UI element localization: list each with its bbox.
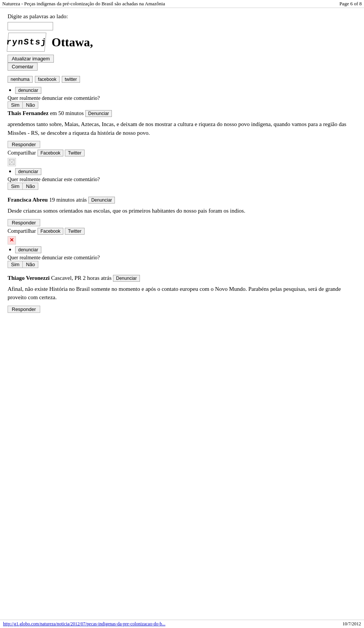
captcha-input[interactable] (8, 22, 53, 30)
atualizar-imagem-button[interactable]: Atualizar imagem (8, 55, 54, 63)
social-share-section: nenhuma facebook twitter (8, 76, 356, 83)
denunciar-button-1[interactable]: denunciar (15, 87, 41, 94)
facebook-share-button-2[interactable]: Facebook (38, 228, 64, 235)
sim-nao-row-2: Sim Não (8, 261, 356, 268)
main-content: Digite as palavras ao lado: rynStsj Otta… (0, 8, 364, 336)
denunciar-question-1: Quer realmente denunciar este comentário… (8, 95, 356, 101)
comment-block-3: Thiago Veronezzi Cascavel, PR 2 horas at… (8, 275, 356, 314)
twitter-share-button-2[interactable]: Twitter (65, 228, 84, 235)
nao-button-1[interactable]: Não (22, 101, 38, 109)
title-bar: Natureza - Peças indígenas da pré-coloni… (0, 0, 364, 8)
captcha-label: Digite as palavras ao lado: (8, 13, 356, 20)
comment-block-1: denunciar Quer realmente denunciar este … (8, 87, 356, 190)
captcha-image: rynStsj (7, 33, 46, 52)
twitter-share-button-1[interactable]: Twitter (65, 150, 84, 156)
sim-button-1[interactable]: Sim (8, 101, 22, 109)
share-row-1: Compartilhar Facebook Twitter (8, 150, 356, 156)
responder-button-3[interactable]: Responder (8, 306, 40, 313)
sim-button-2[interactable]: Sim (8, 261, 22, 268)
sim-nao-row-1: Sim Não (8, 101, 356, 109)
comment-body-3: Afinal, não existe História no Brasil so… (8, 285, 356, 302)
author-time-1: em 50 minutos (50, 110, 85, 116)
nao-button-2[interactable]: Não (22, 261, 38, 268)
comment-author-2: Francisca Abreu 19 minutos atrás Denunci… (8, 197, 356, 204)
responder-button-2[interactable]: Responder (8, 219, 40, 226)
author-name-1: Thais Fernandez (8, 110, 49, 116)
denunciar-list-item-2: denunciar (15, 246, 356, 253)
author-name-3: Thiago Veronezzi (8, 275, 50, 281)
comment-author-3: Thiago Veronezzi Cascavel, PR 2 horas at… (8, 275, 356, 282)
share-row-2: Compartilhar Facebook Twitter (8, 228, 356, 235)
facebook-share-button-1[interactable]: Facebook (38, 150, 64, 156)
facebook-button[interactable]: facebook (35, 76, 60, 83)
sim-button-1b[interactable]: Sim (8, 183, 22, 190)
twitter-button[interactable]: twitter (62, 76, 80, 83)
broken-image-x-2: ✕ (8, 236, 16, 245)
denunciar-button-2[interactable]: denunciar (15, 246, 41, 253)
denunciar-button-1b[interactable]: denunciar (15, 168, 41, 175)
page-indicator: Page 6 of 8 (339, 1, 362, 7)
denunciar-inline-button-1[interactable]: Denunciar (85, 110, 112, 117)
denunciar-list-item-1: denunciar (15, 87, 356, 94)
responder-button-1[interactable]: Responder (8, 141, 40, 148)
nao-button-1b[interactable]: Não (22, 183, 38, 190)
broken-image-1 (8, 158, 16, 166)
compartilhar-label-1: Compartilhar (8, 150, 36, 156)
denunciar-question-2: Quer realmente denunciar este comentário… (8, 255, 356, 261)
author-time-3: Cascavel, PR 2 horas atrás (51, 275, 113, 281)
denunciar-question-1b: Quer realmente denunciar este comentário… (8, 177, 356, 183)
compartilhar-label-2: Compartilhar (8, 228, 36, 234)
page-title: Natureza - Peças indígenas da pré-coloni… (2, 1, 165, 7)
denunciar-list-item-1b: denunciar (15, 168, 356, 175)
author-name-2: Francisca Abreu (8, 197, 48, 203)
comment-body-1: aprendemos tanto sobre, Maias, Aztecas, … (8, 120, 356, 137)
author-time-2: 19 minutos atrás (49, 197, 88, 203)
comment-block-2: Francisca Abreu 19 minutos atrás Denunci… (8, 197, 356, 268)
denunciar-inline-button-3[interactable]: Denunciar (113, 275, 140, 282)
captcha-word: Ottawa, (52, 35, 93, 49)
comment-body-2: Desde criancas somos orientados nas esco… (8, 207, 356, 215)
comentar-button[interactable]: Comentar (8, 63, 38, 71)
captcha-section: Digite as palavras ao lado: rynStsj Otta… (8, 13, 356, 71)
captcha-image-area: rynStsj Ottawa, (8, 33, 356, 52)
nenhuma-button[interactable]: nenhuma (8, 76, 33, 83)
sim-nao-row-1b: Sim Não (8, 183, 356, 190)
denunciar-inline-button-2[interactable]: Denunciar (88, 197, 115, 204)
comment-author-1: Thais Fernandez em 50 minutos Denunciar (8, 110, 356, 117)
